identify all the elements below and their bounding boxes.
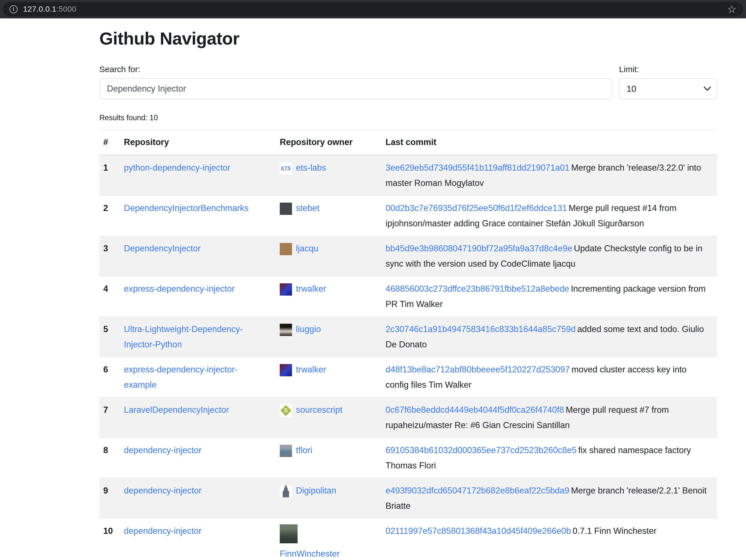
avatar-glyph: ETS	[281, 162, 291, 175]
table-row: 9 dependency-injector Digipolitan e493f9…	[99, 478, 717, 519]
page-content: Github Navigator Search for: Limit: 10 R…	[0, 18, 746, 560]
commit-hash-link[interactable]: 00d2b3c7e76935d76f25ee50f6d1f2ef6ddce131	[385, 203, 567, 213]
avatar-glyph: S	[284, 405, 288, 417]
owner-link[interactable]: liuggio	[296, 324, 321, 334]
row-index: 7	[99, 397, 117, 438]
row-index: 1	[99, 155, 117, 196]
commit-hash-link[interactable]: bb45d9e3b98608047190bf72a95fa9a37d8c4e9e	[385, 243, 572, 253]
table-row: 1 python-dependency-injector ETSets-labs…	[99, 155, 717, 196]
row-index: 3	[99, 236, 117, 276]
row-index: 2	[99, 196, 117, 236]
owner-avatar	[280, 445, 292, 457]
column-header-index: #	[99, 130, 117, 155]
owner-avatar	[280, 243, 292, 255]
results-summary: Results found: 10	[99, 114, 717, 122]
owner-link[interactable]: ljacqu	[296, 243, 318, 253]
table-header-row: # Repository Repository owner Last commi…	[99, 130, 717, 155]
commit-hash-link[interactable]: e493f9032dfcd65047172b682e8b6eaf22c5bda9	[385, 486, 569, 495]
page-title: Github Navigator	[99, 28, 717, 49]
repo-link[interactable]: DependencyInjectorBenchmarks	[124, 203, 249, 213]
table-row: 3 DependencyInjector ljacqu bb45d9e3b986…	[99, 236, 717, 276]
owner-link[interactable]: tflori	[296, 445, 312, 455]
owner-link[interactable]: trwalker	[296, 284, 326, 294]
repo-link[interactable]: DependencyInjector	[124, 243, 201, 253]
table-row: 4 express-dependency-injector trwalker 4…	[99, 276, 717, 317]
row-index: 8	[99, 438, 117, 478]
column-header-repository: Repository	[117, 130, 273, 155]
owner-avatar	[280, 485, 292, 497]
table-row: 6 express-dependency-injector-example tr…	[99, 357, 717, 397]
repo-link[interactable]: express-dependency-injector-example	[124, 364, 237, 390]
commit-hash-link[interactable]: 2c30746c1a91b4947583416c833b1644a85c759d	[385, 324, 576, 334]
table-row: 5 Ultra-Lightweight-Dependency-Injector-…	[99, 317, 717, 357]
owner-link[interactable]: FinnWinchester	[280, 549, 340, 559]
commit-hash-link[interactable]: 468856003c273dffce23b86791fbbe512a8ebede	[385, 284, 569, 294]
owner-avatar	[280, 524, 297, 543]
row-index: 4	[99, 276, 117, 317]
owner-link[interactable]: sourcescript	[296, 405, 342, 415]
search-input[interactable]	[99, 79, 612, 99]
site-info-icon[interactable]: i	[9, 5, 18, 13]
row-index: 5	[99, 317, 117, 357]
owner-link[interactable]: trwalker	[296, 364, 326, 374]
commit-hash-link[interactable]: 0c67f6be8eddcd4449eb4044f5df0ca26f4740f8	[385, 405, 564, 415]
table-row: 10 dependency-injector FinnWinchester 02…	[99, 519, 717, 560]
search-form: Search for: Limit: 10	[99, 65, 717, 99]
limit-label: Limit:	[619, 65, 717, 74]
owner-avatar: ETS	[280, 162, 292, 175]
row-index: 6	[99, 357, 117, 397]
row-index: 9	[99, 478, 117, 519]
owner-avatar	[280, 364, 292, 376]
commit-hash-link[interactable]: 69105384b61032d000365ee737cd2523b260c8e5	[385, 445, 576, 455]
owner-link[interactable]: ets-labs	[296, 163, 326, 173]
url-text: 127.0.0.1:5000	[23, 5, 76, 13]
repo-link[interactable]: LaravelDependencyInjector	[124, 405, 229, 415]
results-table: # Repository Repository owner Last commi…	[99, 129, 717, 560]
repo-link[interactable]: python-dependency-injector	[124, 163, 230, 173]
repo-link[interactable]: dependency-injector	[124, 526, 202, 536]
commit-message: 0.7.1 Finn Winchester	[573, 526, 657, 536]
limit-select[interactable]: 10	[619, 79, 717, 99]
repo-link[interactable]: dependency-injector	[124, 486, 202, 495]
commit-hash-link[interactable]: 3ee629eb5d7349d55f41b119aff81dd219071a01	[385, 163, 570, 173]
search-label: Search for:	[99, 65, 612, 74]
repo-link[interactable]: Ultra-Lightweight-Dependency-Injector-Py…	[124, 324, 243, 349]
table-row: 2 DependencyInjectorBenchmarks stebet 00…	[99, 196, 717, 236]
column-header-last-commit: Last commit	[379, 130, 717, 155]
owner-avatar: S	[280, 405, 292, 417]
limit-field-group: Limit: 10	[619, 65, 717, 99]
column-header-owner: Repository owner	[273, 130, 379, 155]
address-bar[interactable]: i 127.0.0.1:5000 ☆	[3, 2, 743, 17]
bookmark-star-icon[interactable]: ☆	[727, 4, 737, 14]
commit-hash-link[interactable]: d48f13be8ac712abf80bbeeee5f120227d253097	[385, 364, 570, 374]
owner-link[interactable]: Digipolitan	[296, 486, 336, 495]
url-host: 127.0.0.1	[23, 5, 56, 13]
search-field-group: Search for:	[99, 65, 612, 99]
owner-avatar	[280, 283, 292, 296]
owner-avatar	[280, 203, 292, 215]
url-port: :5000	[56, 5, 76, 13]
row-index: 10	[99, 519, 117, 560]
repo-link[interactable]: express-dependency-injector	[124, 284, 235, 294]
table-row: 7 LaravelDependencyInjector Ssourcescrip…	[99, 397, 717, 438]
browser-bar: i 127.0.0.1:5000 ☆	[0, 0, 746, 18]
repo-link[interactable]: dependency-injector	[124, 445, 202, 455]
table-row: 8 dependency-injector tflori 69105384b61…	[99, 438, 717, 478]
owner-link[interactable]: stebet	[296, 203, 319, 213]
owner-avatar	[280, 324, 292, 336]
commit-hash-link[interactable]: 02111997e57c85801368f43a10d45f409e266e0b	[385, 526, 571, 536]
